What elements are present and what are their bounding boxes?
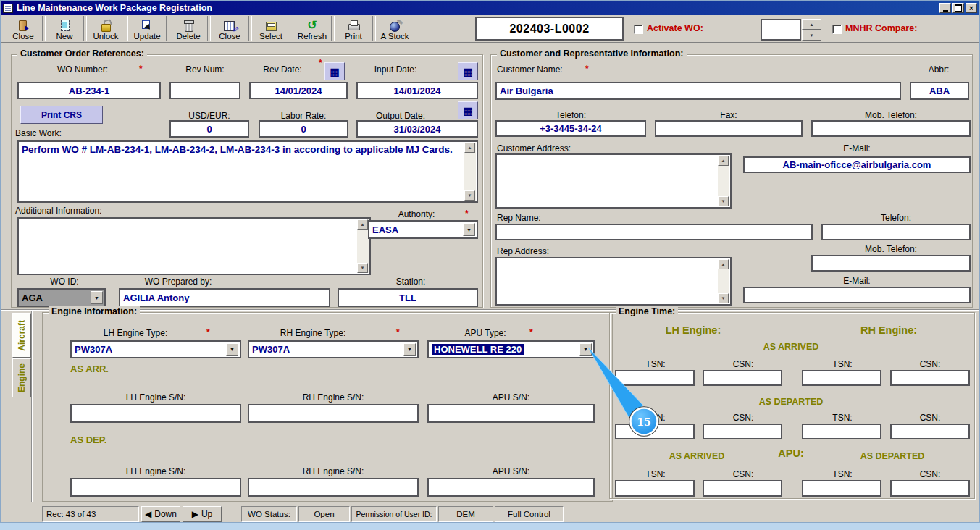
dep-lh-engine-sn-field[interactable]: [70, 478, 241, 497]
scroll-up-icon[interactable]: ▲: [464, 143, 475, 153]
arr-lh-tsn-field[interactable]: [615, 370, 695, 386]
vertical-scrollbar[interactable]: ▲▼: [464, 143, 476, 201]
rh-engine-type-combobox[interactable]: PW307A ▼: [248, 340, 419, 358]
spinner-down-button[interactable]: ▼: [802, 30, 821, 41]
email-field[interactable]: AB-main-oficce@airbulgaria.com: [743, 156, 971, 173]
arr-rh-csn-field[interactable]: [890, 370, 970, 386]
apu-dep-tsn-field[interactable]: [802, 480, 881, 497]
scroll-up-icon[interactable]: ▲: [718, 259, 729, 269]
update-page-icon: [141, 20, 154, 32]
dep-rh-tsn-field[interactable]: [802, 424, 881, 439]
toolbar-button-close-form[interactable]: ✎Close: [210, 16, 249, 41]
input-date-field[interactable]: 14/01/2024: [356, 82, 478, 99]
additional-information-textarea[interactable]: ▲▼: [17, 217, 371, 275]
wo-number-field[interactable]: AB-234-1: [17, 82, 161, 99]
scroll-down-icon[interactable]: ▼: [718, 196, 729, 206]
customer-order-references-group: Customer Order References: WO Number: * …: [11, 54, 483, 308]
tab-engine[interactable]: Engine: [12, 358, 31, 398]
toolbar-button-refresh[interactable]: ↺Refresh: [293, 16, 332, 41]
wo-id-combobox[interactable]: AGA ▼: [17, 288, 106, 307]
close-window-button[interactable]: ×: [966, 3, 977, 13]
group-title: Engine Time:: [616, 306, 678, 316]
activate-wo-checkbox[interactable]: [634, 25, 643, 34]
customer-name-field[interactable]: Air Bulgaria: [495, 82, 901, 100]
vertical-scrollbar[interactable]: ▲▼: [357, 219, 369, 273]
output-date-field[interactable]: 31/03/2024: [356, 120, 478, 138]
scroll-down-icon[interactable]: ▼: [718, 293, 729, 303]
arr-lh-csn-field[interactable]: [703, 370, 782, 386]
toolbar-button-delete[interactable]: Delete: [169, 16, 208, 41]
apu-arr-tsn-field[interactable]: [615, 480, 695, 497]
wo-prepared-by-field[interactable]: AGILIA Antony: [119, 288, 330, 307]
customer-address-label: Customer Address:: [497, 143, 571, 153]
apu-dep-csn-field[interactable]: [890, 480, 970, 497]
chevron-down-icon[interactable]: ▼: [91, 291, 103, 304]
apu-type-combobox[interactable]: HONEWELL RE 220 ▼: [427, 340, 595, 358]
print-crs-button[interactable]: Print CRS: [20, 106, 103, 124]
fax-field[interactable]: [655, 120, 803, 137]
usd-eur-field[interactable]: 0: [169, 120, 249, 138]
scroll-up-icon[interactable]: ▲: [357, 219, 368, 230]
scroll-up-icon[interactable]: ▲: [718, 156, 729, 166]
spinner-input[interactable]: [761, 19, 801, 41]
mob-telefon-field[interactable]: [811, 120, 971, 137]
mnhr-compare-checkbox[interactable]: [832, 25, 842, 34]
telefon-field[interactable]: +3-3445-34-24: [495, 120, 646, 137]
required-marker: *: [529, 327, 533, 337]
toolbar-button-a-stock[interactable]: ✎A Stock: [375, 16, 414, 41]
rev-date-calendar-button[interactable]: ▦: [324, 62, 345, 80]
abbr-field[interactable]: ABA: [910, 82, 969, 100]
input-date-calendar-button[interactable]: ▦: [458, 62, 478, 80]
scroll-down-icon[interactable]: ▼: [357, 263, 368, 273]
station-field[interactable]: TLL: [338, 288, 478, 307]
dep-lh-tsn-field[interactable]: [615, 424, 695, 439]
globe-pencil-icon: ✎: [388, 20, 401, 32]
dep-rh-csn-field[interactable]: [890, 424, 970, 439]
arr-rh-tsn-field[interactable]: [802, 370, 881, 386]
rev-date-field[interactable]: 14/01/2024: [249, 82, 348, 99]
arr-lh-engine-sn-field[interactable]: [70, 404, 241, 423]
basic-work-textarea[interactable]: Perform WO # LM-AB-234-1, LM-AB-234-2, L…: [17, 140, 478, 203]
arr-rh-engine-sn-field[interactable]: [248, 404, 419, 423]
chevron-down-icon[interactable]: ▼: [463, 223, 475, 236]
rep-address-textarea[interactable]: ▲▼: [495, 257, 732, 306]
spinner-up-button[interactable]: ▲: [802, 19, 821, 30]
arr-apu-sn-field[interactable]: [427, 404, 595, 423]
vertical-scrollbar[interactable]: ▲▼: [718, 156, 729, 206]
dep-lh-csn-field[interactable]: [703, 424, 782, 439]
restore-button[interactable]: [952, 3, 964, 13]
scroll-down-icon[interactable]: ▼: [464, 190, 475, 201]
toolbar-button-print[interactable]: Print: [334, 16, 373, 41]
output-date-calendar-button[interactable]: ▦: [458, 101, 478, 119]
dep-apu-sn-field[interactable]: [427, 478, 595, 497]
authority-combobox[interactable]: EASA ▼: [368, 220, 478, 239]
rev-num-field[interactable]: [169, 82, 240, 99]
toolbar-button-select[interactable]: Select: [251, 16, 290, 41]
toolbar-button-unlock[interactable]: Unlock: [86, 16, 125, 41]
toolbar-button-update[interactable]: Update: [127, 16, 167, 41]
toolbar-button-label: A Stock: [381, 32, 409, 41]
vertical-scrollbar[interactable]: ▲▼: [718, 259, 729, 303]
record-up-button[interactable]: ▶Up: [183, 506, 222, 522]
trash-icon: [182, 20, 195, 32]
usd-eur-label: USD/EUR:: [169, 111, 249, 121]
chevron-down-icon[interactable]: ▼: [403, 343, 416, 356]
apu-arr-csn-field[interactable]: [703, 480, 782, 497]
chevron-down-icon[interactable]: ▼: [579, 343, 592, 356]
toolbar-button-new[interactable]: New: [45, 16, 84, 41]
customer-address-textarea[interactable]: ▲▼: [495, 153, 732, 209]
record-down-button[interactable]: ◀Down: [141, 506, 180, 522]
rep-name-field[interactable]: [495, 224, 813, 240]
minimize-button[interactable]: [939, 3, 951, 13]
labor-rate-field[interactable]: 0: [259, 120, 348, 138]
rep-email-field[interactable]: [743, 287, 971, 303]
lh-engine-type-combobox[interactable]: PW307A ▼: [70, 340, 241, 358]
rh-engine-header: RH Engine:: [824, 324, 954, 336]
customer-address-text: [500, 156, 716, 206]
rep-mob-telefon-field[interactable]: [811, 255, 971, 272]
toolbar-button-close[interactable]: Close: [4, 16, 43, 41]
chevron-down-icon[interactable]: ▼: [226, 343, 238, 356]
dep-rh-engine-sn-field[interactable]: [248, 478, 419, 497]
rep-telefon-field[interactable]: [821, 224, 971, 240]
tab-aircraft[interactable]: Aircraft: [12, 313, 31, 358]
